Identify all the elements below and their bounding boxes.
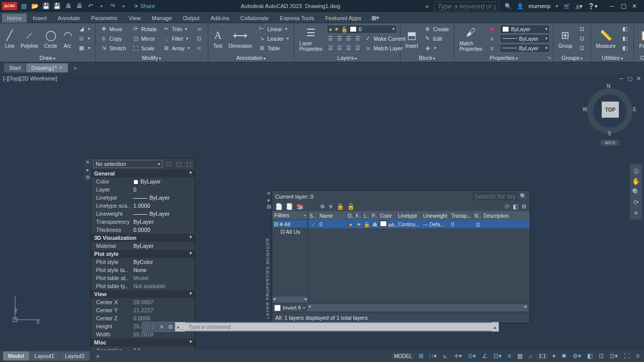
draw-tool3[interactable]: ▦▾	[76, 44, 92, 53]
fillet-button[interactable]: ◟Fillet▾	[161, 34, 192, 43]
layerstates-icon[interactable]: 📚	[296, 203, 304, 210]
close-tab-icon[interactable]: ✕	[59, 65, 63, 70]
lay-t3[interactable]: ☰	[345, 34, 353, 43]
prop-row[interactable]: Center X28.5697	[91, 298, 195, 306]
tab-collaborate[interactable]: Collaborate	[235, 14, 274, 23]
grid-toggle[interactable]: ⊞	[417, 352, 425, 359]
tab-insert[interactable]: Insert	[28, 14, 52, 23]
array-button[interactable]: ⊞Array▾	[161, 44, 192, 53]
vp-max[interactable]: ▢	[626, 75, 633, 82]
lay-t2[interactable]: ☰	[336, 34, 344, 43]
layer-row-0[interactable]: ✓ 0 ● ☀ 🔓 🖶 wh... Continu... — Defa... 0…	[308, 220, 530, 228]
refresh-icon[interactable]: ⟳	[505, 203, 510, 210]
text-button[interactable]: AText	[211, 27, 224, 50]
lay-t4[interactable]: ☰	[354, 34, 362, 43]
unlock-icon[interactable]: 🔓	[347, 203, 355, 210]
section-view[interactable]: View▾	[91, 290, 195, 298]
pim-icon[interactable]: ⬚	[185, 161, 193, 167]
filter-allused[interactable]: ⊡All Us	[273, 228, 307, 235]
insert-button[interactable]: ⬒Insert	[404, 27, 420, 50]
modify-t2[interactable]: ⊡	[194, 34, 205, 43]
thaw-icon[interactable]: ☀	[328, 203, 334, 210]
circle-button[interactable]: ◯Circle	[42, 27, 59, 50]
draw-tool1[interactable]: ◢▾	[76, 25, 92, 34]
redo-icon[interactable]: ↷	[109, 2, 117, 10]
arc-button[interactable]: ◠Arc	[61, 27, 74, 50]
isolate-toggle[interactable]: ⊡▾	[608, 352, 619, 359]
edit-button[interactable]: ✎Edit	[422, 34, 451, 43]
lm-close-icon[interactable]: ✕	[267, 191, 271, 196]
quickselect-icon[interactable]: ⬚	[165, 161, 173, 167]
nav-orbit-icon[interactable]: ⟳	[631, 199, 641, 206]
app-logo[interactable]: A CAD	[2, 2, 17, 10]
settings-icon[interactable]: ⚙	[521, 203, 527, 210]
maximize-button[interactable]: ▢	[619, 3, 628, 10]
layout-2[interactable]: Layout2	[60, 351, 90, 360]
add-tab-button[interactable]: ＋	[68, 63, 82, 73]
wcs-label[interactable]: WCS	[601, 140, 619, 146]
viewport-label[interactable]: [-][Top][2D Wireframe]	[3, 75, 57, 81]
tab-home[interactable]: Home	[2, 14, 27, 23]
block-misc[interactable]: ◈▾	[422, 44, 451, 53]
lt-icon[interactable]: ≡	[487, 44, 498, 53]
freeze-icon[interactable]: ❄	[320, 203, 325, 210]
filter-all[interactable]: ⊟◆All	[273, 220, 307, 228]
trim-button[interactable]: ✂Trim▾	[161, 25, 192, 34]
selection-combo[interactable]: No selection▾	[93, 160, 163, 168]
osnap-toggle[interactable]: ⊡▾	[492, 352, 503, 359]
share-button[interactable]: ✈Share	[134, 3, 155, 10]
nav-show-icon[interactable]: ≡	[631, 209, 641, 217]
saveas-icon[interactable]: 💾	[53, 2, 61, 10]
modify-t3[interactable]: ⊂	[194, 44, 205, 53]
layerprops-button[interactable]: ☰Layer Properties	[297, 25, 325, 53]
lock-icon[interactable]: 🔒	[337, 203, 344, 210]
user-icon[interactable]: 👤	[517, 3, 524, 10]
tab-view[interactable]: View	[124, 14, 146, 23]
filters-header[interactable]: Filters«	[272, 211, 308, 219]
new-icon[interactable]: ▤	[20, 2, 28, 10]
cleanscreen-toggle[interactable]: ⛶	[622, 352, 631, 359]
close-button[interactable]: ✕	[630, 3, 639, 10]
layer-combo[interactable]: ●☀🔓0▾	[327, 25, 397, 34]
save-icon[interactable]: 💾	[42, 2, 50, 10]
workspace-toggle[interactable]: ⚙▾	[571, 352, 583, 359]
prop-row[interactable]: Plot table at..Model	[91, 274, 195, 282]
viewcube-face[interactable]: TOP	[602, 102, 619, 118]
nav-zoom-icon[interactable]: 🔍	[631, 188, 641, 196]
polar-toggle[interactable]: ✛▾	[452, 352, 463, 359]
lw-combo[interactable]: ByLayer▾	[500, 34, 550, 43]
hwacc-toggle[interactable]: ⊡	[597, 352, 605, 359]
layout-add[interactable]: ＋	[90, 351, 106, 361]
lay-b4[interactable]: ☰	[354, 44, 362, 53]
prop-pin-icon[interactable]: ▸	[86, 166, 90, 173]
section-misc[interactable]: Misc▾	[91, 338, 195, 346]
prop-row[interactable]: Linetype sca..1.0000	[91, 202, 195, 210]
section-plot[interactable]: Plot style▾	[91, 250, 195, 258]
help-search-input[interactable]	[434, 2, 500, 11]
lm-autohide-icon[interactable]: ▤	[267, 204, 271, 209]
redo-dd-icon[interactable]: ▼	[120, 2, 128, 10]
otrack-toggle[interactable]: ∠	[480, 352, 489, 359]
prop-row[interactable]: Plot table ty..Not available	[91, 282, 195, 290]
lay-b2[interactable]: ☰	[336, 44, 344, 53]
print-icon[interactable]: 🖶	[75, 2, 84, 10]
filetab-start[interactable]: Start	[4, 63, 26, 72]
prop-row[interactable]: Thickness0.0000	[91, 226, 195, 234]
customize-status[interactable]: ≡	[634, 352, 641, 359]
layout-model[interactable]: Model	[3, 351, 29, 360]
help-icon[interactable]: ❔▾	[588, 3, 598, 10]
ortho-toggle[interactable]: ⊾	[441, 352, 449, 359]
lw-icon[interactable]: ≡	[487, 34, 498, 43]
matchprops-button[interactable]: 🖌Match Properties	[457, 25, 485, 53]
color-wheel-icon[interactable]: ◉	[487, 25, 498, 34]
cmd-custom-icon[interactable]: ⚙	[166, 324, 175, 330]
user-name[interactable]: murnenp	[529, 3, 550, 9]
minimize-button[interactable]: ─	[608, 3, 617, 10]
drawing-area[interactable]: [-][Top][2D Wireframe] ─▢✕ YX TOP N S E …	[0, 73, 644, 348]
tab-annotate[interactable]: Annotate	[53, 14, 85, 23]
vp-min[interactable]: ─	[618, 75, 625, 82]
lay-b3[interactable]: ☰	[345, 44, 353, 53]
prop-row[interactable]: Layer0	[91, 186, 195, 194]
cmd-close-icon[interactable]: ✕	[157, 324, 166, 330]
tab-addins[interactable]: Add-ins	[206, 14, 234, 23]
